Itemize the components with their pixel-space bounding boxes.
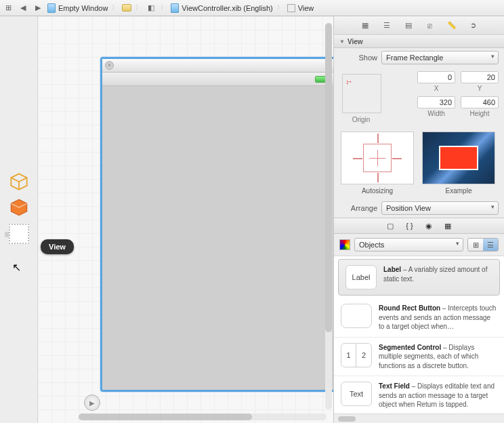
grid-view-icon[interactable]: ⊞ — [468, 239, 483, 251]
inspector-panel: ▦ ☰ ▤ ⎚ 📏 ➲ ▼ View Show Frame Rectangle … — [333, 16, 504, 423]
library-selector-value: Objects — [359, 241, 384, 249]
autosizing-control[interactable] — [341, 132, 414, 184]
width-field[interactable]: 320 — [417, 96, 455, 108]
crumb-folder[interactable] — [122, 4, 131, 12]
origin-control[interactable]: → ↓ — [342, 74, 381, 113]
library-tabs: ▢ { } ◉ ▦ — [334, 218, 504, 234]
arrange-label: Arrange — [339, 204, 377, 212]
library-item-button[interactable]: Round Rect Button – Intercepts touch eve… — [334, 298, 504, 338]
history-menu-icon[interactable]: ⊞ — [3, 3, 14, 14]
bottom-scrollbar[interactable] — [334, 414, 504, 423]
y-label: Y — [478, 85, 482, 92]
disclosure-icon: ▼ — [339, 39, 345, 45]
crumb-separator: 〉 — [277, 3, 283, 12]
jump-bar: ⊞ ◀ ▶ Empty Window 〉 〉 ◧ 〉 ViewControlle… — [0, 0, 504, 16]
section-title: View — [348, 38, 363, 45]
library-list[interactable]: Label Label – A variably sized amount of… — [334, 256, 504, 414]
inspector-tabs: ▦ ☰ ▤ ⎚ 📏 ➲ — [334, 16, 504, 35]
library-desc: Label – A variably sized amount of stati… — [383, 265, 492, 289]
crumb-window-label: Empty Window — [58, 4, 108, 12]
height-field[interactable]: 460 — [461, 96, 499, 108]
connections-inspector-icon[interactable]: ➲ — [467, 20, 480, 32]
height-label: Height — [470, 110, 490, 117]
crumb-object[interactable]: View — [287, 4, 314, 12]
file-template-library-icon[interactable]: ▢ — [387, 222, 394, 230]
origin-label: Origin — [339, 116, 383, 123]
library-selector[interactable]: Objects — [354, 238, 463, 251]
forward-icon[interactable]: ▶ — [33, 3, 43, 14]
first-responder-icon[interactable] — [9, 198, 28, 217]
status-bar — [102, 73, 333, 86]
autosizing-preview — [422, 132, 495, 184]
library-thumb: 12 — [341, 343, 372, 367]
library-item-textfield[interactable]: Text Text Field – Displays editable text… — [334, 376, 504, 414]
section-header-view[interactable]: ▼ View — [334, 35, 504, 48]
crumb-file-label: ViewController.xib (English) — [182, 4, 272, 12]
library-thumb: Label — [345, 265, 377, 289]
strut-bottom-icon[interactable] — [377, 173, 379, 182]
files-owner-icon[interactable] — [9, 172, 28, 191]
back-icon[interactable]: ◀ — [18, 3, 28, 14]
y-field[interactable]: 20 — [461, 71, 499, 83]
cursor-icon: ↖ — [12, 261, 21, 274]
strut-left-icon[interactable] — [353, 158, 362, 159]
library-thumb: Text — [341, 382, 372, 406]
scrollbar-thumb[interactable] — [79, 414, 252, 420]
library-desc: Segmented Control – Displays multiple se… — [379, 343, 497, 371]
file-inspector-icon[interactable]: ▦ — [359, 20, 371, 32]
owner-icon[interactable]: ◧ — [146, 3, 156, 14]
preview-rect — [439, 146, 478, 170]
library-palette-icon[interactable] — [339, 239, 350, 250]
example-label: Example — [422, 187, 495, 195]
crumb-separator: 〉 — [161, 3, 167, 12]
library-desc: Text Field – Displays editable text and … — [379, 382, 497, 409]
crumb-object-label: View — [298, 4, 314, 12]
library-view-toggle[interactable]: ⊞ ☰ — [467, 238, 499, 251]
identity-inspector-icon[interactable]: ▤ — [402, 20, 415, 32]
size-inspector-icon[interactable]: 📏 — [446, 20, 458, 32]
attributes-inspector-icon[interactable]: ⎚ — [424, 20, 436, 32]
device-frame[interactable]: × — [100, 57, 333, 392]
origin-arrow-down-icon: ↓ — [345, 77, 350, 85]
document-outline: ↖ — [0, 16, 38, 423]
list-view-icon[interactable]: ☰ — [483, 239, 498, 251]
horizontal-scrollbar[interactable] — [79, 414, 327, 420]
scrollbar-thumb[interactable] — [338, 416, 356, 422]
library-thumb — [341, 304, 372, 328]
play-icon[interactable]: ▶ — [84, 395, 100, 411]
code-snippet-library-icon[interactable]: { } — [406, 222, 413, 230]
x-field[interactable]: 0 — [417, 71, 455, 83]
arrange-select[interactable]: Position View — [381, 201, 499, 215]
library-desc: Round Rect Button – Intercepts touch eve… — [379, 304, 497, 331]
object-library-icon[interactable]: ◉ — [425, 222, 432, 230]
library-item-label[interactable]: Label Label – A variably sized amount of… — [338, 259, 500, 296]
scrollbar-thumb[interactable] — [325, 23, 332, 332]
crumb-separator: 〉 — [135, 3, 142, 12]
folder-icon — [122, 4, 131, 12]
xib-icon — [171, 3, 179, 13]
crumb-separator: 〉 — [112, 3, 118, 12]
canvas[interactable]: × ▶ — [38, 16, 333, 423]
crumb-file[interactable]: ViewController.xib (English) — [171, 3, 272, 13]
arrange-value: Position View — [386, 204, 431, 212]
x-label: X — [434, 85, 439, 92]
media-library-icon[interactable]: ▦ — [444, 222, 451, 230]
document-icon — [47, 3, 56, 13]
view-icon — [287, 4, 295, 12]
crumb-window[interactable]: Empty Window — [47, 3, 108, 13]
show-label: Show — [339, 54, 377, 62]
strut-right-icon[interactable] — [392, 158, 402, 159]
vertical-scrollbar[interactable] — [325, 23, 332, 409]
view-object[interactable] — [9, 224, 29, 244]
width-label: Width — [427, 110, 445, 117]
tooltip: View — [41, 239, 74, 254]
show-value: Frame Rectangle — [386, 54, 443, 62]
show-select[interactable]: Frame Rectangle — [381, 51, 499, 64]
strut-top-icon[interactable] — [377, 134, 379, 143]
device-titlebar: × — [102, 59, 333, 73]
close-icon[interactable]: × — [105, 61, 114, 70]
library-item-segmented[interactable]: 12 Segmented Control – Displays multiple… — [334, 338, 504, 377]
autosizing-label: Autosizing — [341, 187, 414, 195]
quick-help-icon[interactable]: ☰ — [381, 20, 393, 32]
